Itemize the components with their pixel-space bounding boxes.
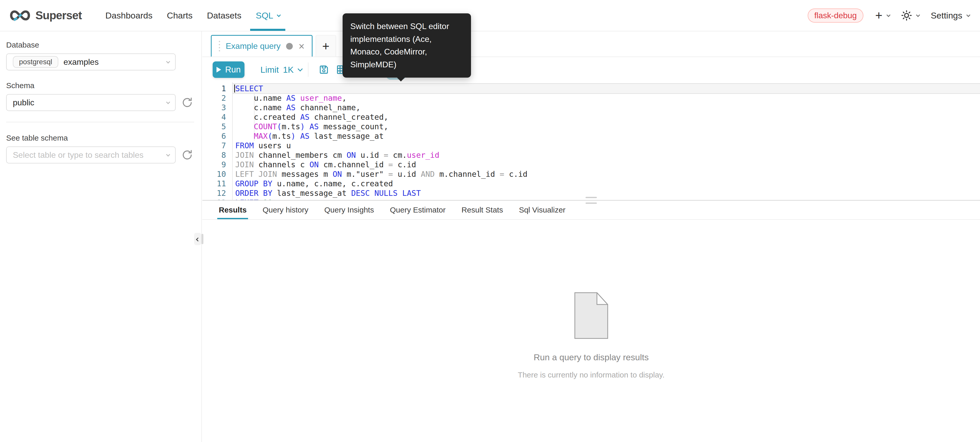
navbar-right: flask-debug + Settings: [808, 8, 969, 22]
toolbar-divider: [308, 62, 309, 77]
drag-handle-icon[interactable]: [219, 41, 220, 51]
code-line[interactable]: c.created AS channel_created,: [233, 112, 980, 122]
line-number-gutter: 12345678910111213: [202, 82, 233, 200]
chevron-down-icon: [277, 13, 281, 17]
line-number: 2: [202, 93, 226, 103]
schema-label: Schema: [6, 81, 195, 90]
results-tab-results[interactable]: Results: [219, 201, 247, 219]
navbar: Superset Dashboards Charts Datasets SQL …: [0, 0, 980, 31]
panel-splitter-handle[interactable]: [201, 234, 204, 244]
chevron-down-icon: [916, 13, 920, 17]
database-select-value: examples: [64, 57, 99, 67]
line-number: 1: [202, 84, 226, 93]
results-tab-query-estimator[interactable]: Query Estimator: [390, 201, 445, 219]
line-number: 10: [202, 169, 226, 179]
splitter-grip-icon: [585, 197, 597, 198]
empty-state-subtitle: There is currently no information to dis…: [518, 370, 664, 379]
nav-item-sql[interactable]: SQL: [248, 0, 287, 31]
text-cursor: [234, 85, 235, 93]
query-tab-title: Example query: [226, 41, 280, 51]
code-line[interactable]: ORDER BY last_message_at DESC NULLS LAST: [233, 188, 980, 198]
line-number: 4: [202, 112, 226, 122]
tooltip-arrow: [396, 77, 405, 81]
chevron-down-icon: [166, 152, 170, 156]
results-tab-bar: Results Query history Query Insights Que…: [202, 201, 980, 220]
code-line[interactable]: FROM users u: [233, 141, 980, 150]
plus-icon: +: [322, 39, 329, 53]
code-line[interactable]: COUNT(m.ts) AS message_count,: [233, 122, 980, 131]
environment-badge: flask-debug: [808, 8, 864, 22]
refresh-icon: [181, 97, 193, 108]
sql-editor-panel: Example query × + Run Limit 1K: [202, 31, 980, 442]
editor-toolbar: Run Limit 1K: [202, 57, 980, 82]
table-select[interactable]: Select table or type to search tables: [6, 147, 176, 163]
play-icon: [216, 67, 221, 72]
new-item-menu[interactable]: +: [875, 9, 889, 22]
sun-icon: [901, 10, 912, 21]
chevron-down-icon: [966, 13, 970, 17]
code-line[interactable]: c.name AS channel_name,: [233, 103, 980, 112]
settings-menu[interactable]: Settings: [931, 11, 969, 21]
code-line[interactable]: SELECT: [233, 84, 980, 93]
superset-infinity-icon: [9, 10, 31, 21]
line-number: 5: [202, 122, 226, 131]
refresh-icon: [181, 149, 193, 161]
table-select-placeholder: Select table or type to search tables: [13, 150, 143, 160]
empty-state-title: Run a query to display results: [518, 352, 664, 362]
settings-label: Settings: [931, 11, 962, 21]
new-query-tab-button[interactable]: +: [316, 35, 336, 56]
results-tab-query-insights[interactable]: Query Insights: [325, 201, 374, 219]
run-query-button[interactable]: Run: [213, 61, 245, 78]
nav-item-datasets[interactable]: Datasets: [200, 0, 248, 31]
results-tab-query-history[interactable]: Query history: [262, 201, 308, 219]
table-schema-label: See table schema: [6, 134, 195, 142]
theme-menu[interactable]: [901, 10, 919, 21]
code-area[interactable]: SELECT u.name AS user_name, c.name AS ch…: [233, 82, 980, 200]
query-tab-example-query[interactable]: Example query ×: [211, 35, 313, 56]
results-panel: Results Query history Query Insights Que…: [202, 201, 980, 442]
limit-label: Limit: [261, 65, 279, 75]
line-number: 3: [202, 103, 226, 112]
results-tab-result-stats[interactable]: Result Stats: [461, 201, 503, 219]
chevron-down-icon: [166, 100, 170, 104]
schema-select[interactable]: public: [6, 94, 176, 111]
query-tab-bar: Example query × +: [202, 31, 980, 57]
code-line[interactable]: LEFT JOIN messages m ON m."user" = u.id …: [233, 169, 980, 179]
chevron-down-icon: [298, 66, 303, 72]
document-icon: [573, 291, 609, 340]
line-number: 8: [202, 150, 226, 160]
brand-name: Superset: [35, 9, 82, 22]
results-tab-sql-visualizer[interactable]: Sql Visualizer: [519, 201, 565, 219]
empty-state: Run a query to display results There is …: [518, 291, 664, 379]
sql-lab-sidebar: Database postgresql examples Schema publ…: [0, 31, 202, 442]
unsaved-indicator-dot: [286, 43, 293, 49]
close-tab-icon[interactable]: ×: [298, 41, 304, 51]
sql-editor[interactable]: 12345678910111213 SELECT u.name AS user_…: [202, 82, 980, 200]
line-number: 11: [202, 179, 226, 188]
refresh-schemas-button[interactable]: [181, 97, 193, 109]
line-number: 12: [202, 188, 226, 198]
collapse-sidebar-button[interactable]: [194, 233, 201, 245]
schema-select-value: public: [13, 98, 34, 107]
nav-item-charts[interactable]: Charts: [160, 0, 200, 31]
code-line[interactable]: JOIN channel_members cm ON u.id = cm.use…: [233, 150, 980, 160]
database-engine-tag: postgresql: [13, 56, 58, 68]
code-line[interactable]: u.name AS user_name,: [233, 93, 980, 103]
limit-value: 1K: [283, 65, 294, 75]
code-line[interactable]: GROUP BY u.name, c.name, c.created: [233, 179, 980, 188]
database-select[interactable]: postgresql examples: [6, 53, 176, 70]
code-line[interactable]: MAX(m.ts) AS last_message_at: [233, 131, 980, 141]
row-limit-dropdown[interactable]: Limit 1K: [261, 65, 301, 75]
code-line[interactable]: JOIN channels c ON cm.channel_id = c.id: [233, 160, 980, 169]
line-number: 7: [202, 141, 226, 150]
save-query-button[interactable]: [315, 61, 332, 78]
nav-item-dashboards[interactable]: Dashboards: [98, 0, 159, 31]
main-nav: Dashboards Charts Datasets SQL: [98, 0, 287, 31]
superset-logo[interactable]: Superset: [9, 9, 82, 22]
database-label: Database: [6, 41, 195, 49]
chevron-down-icon: [886, 13, 891, 17]
chevron-left-icon: [196, 238, 200, 241]
refresh-tables-button[interactable]: [181, 149, 193, 161]
sidebar-divider: [6, 122, 194, 122]
switch-editor-tooltip: Switch between SQL editor implementation…: [343, 13, 471, 78]
